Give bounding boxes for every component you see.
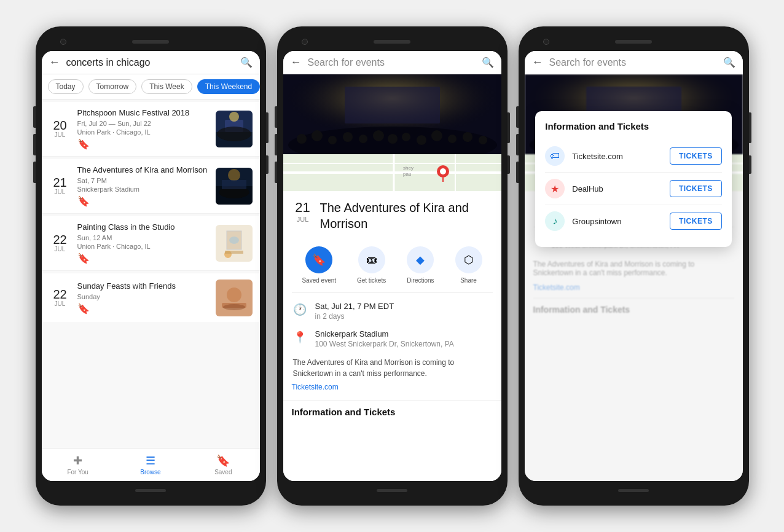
svg-point-16 [227,288,241,302]
tickets-popup-3: Information and Tickets 🏷 Ticketsite.com… [535,111,732,247]
chip-thisweek[interactable]: This Week [141,79,192,94]
chip-thisweekend[interactable]: This Weekend [197,79,260,94]
phone-top-bar-1 [42,35,260,49]
home-bar-3 [618,489,649,492]
svg-point-18 [223,304,245,310]
nav-saved-1[interactable]: 🔖 Saved [187,448,259,481]
vol-silent-btn-2 [275,162,277,183]
saved-icon-1: 🔖 [216,454,230,467]
datetime-main-2: Sat, Jul 21, 7 PM EDT [315,302,492,311]
bookmark-icon-4[interactable]: 🔖 [77,303,210,315]
phone-speaker-2 [374,40,410,44]
search-icon-1[interactable]: 🔍 [240,57,253,68]
ticket-row-groupsintown: ♪ Groupsintown TICKETS [545,205,722,237]
power-btn2-3 [749,155,751,174]
detail-link-2[interactable]: Ticketsite.com [292,383,493,391]
svg-point-33 [448,135,457,143]
search-text-1[interactable]: concerts in chicago [66,57,234,68]
hero-container-2: shey pau [283,74,501,191]
concert-hero-2 [283,74,501,154]
svg-rect-21 [345,87,440,123]
phone-camera-3 [543,39,549,45]
bookmark-icon-2[interactable]: 🔖 [77,195,210,207]
event-detail-2: shey pau 21 JUL The Adventu [283,74,501,481]
svg-point-32 [431,130,442,141]
event-date-1: 20 JUL [49,119,71,138]
groupsintown-name: Groupsintown [572,217,662,226]
svg-point-29 [388,134,398,144]
event-sub1-4: Sunday [77,293,210,300]
search-icon-2[interactable]: 🔍 [482,57,494,68]
directions-action-label-2: Directions [407,277,434,284]
ticket-row-ticketsite: 🏷 Ticketsite.com TICKETS [545,140,722,173]
event-info-4: Sunday Feasts with Friends Sunday 🔖 [77,281,210,315]
nav-browse-1[interactable]: ☰ Browse [114,448,187,481]
bookmark-icon-1[interactable]: 🔖 [77,138,210,150]
event-list-1: 20 JUL Pitchspoon Music Festival 2018 Fr… [42,100,260,448]
bookmark-icon-3[interactable]: 🔖 [77,252,210,264]
venue-sub-2: 100 West Snickerpark Dr, Snickertown, PA [315,340,492,348]
venue-text-2: Snickerpark Stadium 100 West Snickerpark… [315,329,492,348]
dealhub-logo: ★ [545,179,565,198]
svg-point-14 [229,237,239,244]
detail-title-2: The Adventures of Kira and Morrison [320,200,493,232]
vol-up-btn-2 [275,106,277,128]
dealhub-btn[interactable]: TICKETS [670,180,722,197]
event-sub1-1: Fri, Jul 20 — Sun, Jul 22 [77,120,210,127]
power-btn-1 [266,112,269,143]
power-btn-2 [508,112,510,143]
event-card-kira[interactable]: 21 JUL The Adventures of Kira and Morris… [42,159,260,214]
tickets-action-icon-2: 🎟 [358,246,385,273]
back-arrow-3[interactable]: ← [532,56,543,69]
search-bar-3: ← Search for events 🔍 [525,51,743,74]
search-icon-3[interactable]: 🔍 [723,57,735,68]
home-bar-2 [377,489,407,492]
event-detail-body-2: 21 JUL The Adventures of Kira and Morris… [283,191,501,391]
ticketsite-btn[interactable]: TICKETS [670,147,722,165]
directions-action-btn-2[interactable]: ◆ Directions [407,246,434,284]
event-thumb-4 [216,280,253,316]
map-svg-2: shey pau [283,154,501,191]
chip-today[interactable]: Today [48,79,84,94]
back-arrow-1[interactable]: ← [49,56,60,69]
dealhub-name: DealHub [572,184,662,194]
phone-2: ← Search for events 🔍 [277,26,508,506]
foryou-icon-1: ✚ [73,454,82,467]
power-btn2-1 [266,155,269,174]
filter-chips-1: Today Tomorrow This Week This Weekend [42,74,260,100]
event-card-painting[interactable]: 22 JUL Painting Class in the Studio Sun,… [42,216,260,271]
svg-point-26 [343,132,353,142]
search-text-3[interactable]: Search for events [549,57,717,68]
ticket-row-dealhub: ★ DealHub TICKETS [545,173,722,205]
bottom-bar-3 [525,483,743,497]
event-info-3: Painting Class in the Studio Sun, 12 AM … [77,222,210,264]
event-card-pitchspoon[interactable]: 20 JUL Pitchspoon Music Festival 2018 Fr… [42,102,260,157]
detail-desc-2: The Adventures of Kira and Morrison is c… [292,357,493,379]
back-arrow-2[interactable]: ← [291,56,302,69]
groupsintown-btn[interactable]: TICKETS [670,213,722,230]
event-thumb-3 [216,225,253,262]
svg-point-28 [373,130,384,141]
event-sub2-2: Snickerpark Stadium [77,186,210,193]
share-action-btn-2[interactable]: ⬡ Share [455,246,482,284]
foryou-label-1: For You [67,469,88,475]
svg-point-24 [312,130,323,141]
saved-action-btn-2[interactable]: 🔖 Saved event [302,246,336,284]
tickets-action-btn-2[interactable]: 🎟 Get tickets [357,246,386,284]
saved-action-icon-2: 🔖 [305,246,332,273]
svg-text:pau: pau [403,171,411,177]
search-bar-1: ← concerts in chicago 🔍 [42,51,260,74]
venue-main-2: Snickerpark Stadium [315,329,492,338]
svg-rect-13 [225,251,243,254]
search-text-2[interactable]: Search for events [308,57,476,68]
nav-foryou-1[interactable]: ✚ For You [42,448,114,481]
datetime-sub-2: in 2 days [315,312,492,321]
event-card-sunday[interactable]: 22 JUL Sunday Feasts with Friends Sunday… [42,273,260,323]
screen3-bg: shey pau 21 JUL The A [525,74,743,481]
phone-speaker-3 [615,40,652,44]
saved-label-1: Saved [214,469,232,475]
tickets-popup-title-3: Information and Tickets [545,121,722,131]
chip-tomorrow[interactable]: Tomorrow [88,79,137,94]
svg-point-27 [359,135,367,143]
svg-point-3 [229,112,239,122]
